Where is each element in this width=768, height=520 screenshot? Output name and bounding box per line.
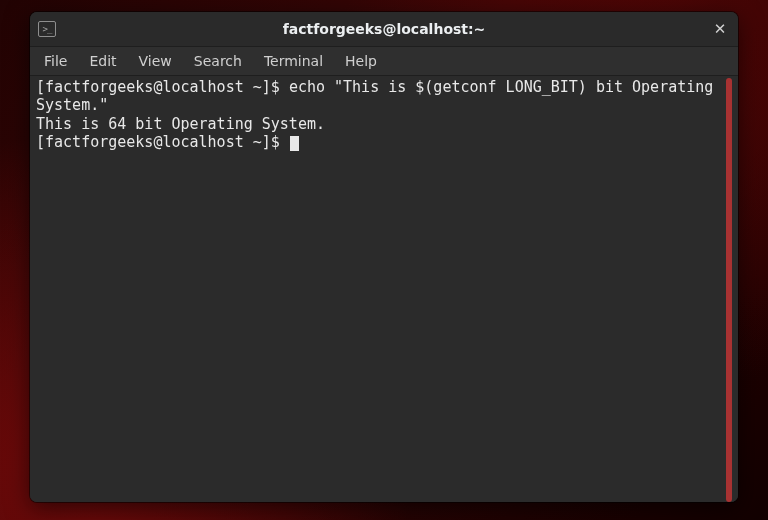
menu-search[interactable]: Search — [184, 49, 252, 73]
menu-help[interactable]: Help — [335, 49, 387, 73]
terminal-icon: >_ — [38, 21, 56, 37]
window-title: factforgeeks@localhost:~ — [283, 21, 486, 37]
titlebar[interactable]: >_ factforgeeks@localhost:~ ✕ — [30, 12, 738, 47]
menu-view[interactable]: View — [129, 49, 182, 73]
menu-file[interactable]: File — [34, 49, 77, 73]
cursor — [290, 136, 299, 151]
close-icon[interactable]: ✕ — [710, 19, 730, 39]
scrollbar[interactable] — [726, 78, 732, 502]
menubar: File Edit View Search Terminal Help — [30, 47, 738, 76]
terminal-text[interactable]: [factforgeeks@localhost ~]$ echo "This i… — [36, 78, 726, 502]
menu-terminal[interactable]: Terminal — [254, 49, 333, 73]
output-text: This is 64 bit Operating System. — [36, 115, 325, 133]
menu-edit[interactable]: Edit — [79, 49, 126, 73]
terminal-window: >_ factforgeeks@localhost:~ ✕ File Edit … — [30, 12, 738, 502]
prompt: [factforgeeks@localhost ~]$ — [36, 78, 289, 96]
prompt-2: [factforgeeks@localhost ~]$ — [36, 133, 289, 151]
terminal-area[interactable]: [factforgeeks@localhost ~]$ echo "This i… — [30, 76, 738, 502]
